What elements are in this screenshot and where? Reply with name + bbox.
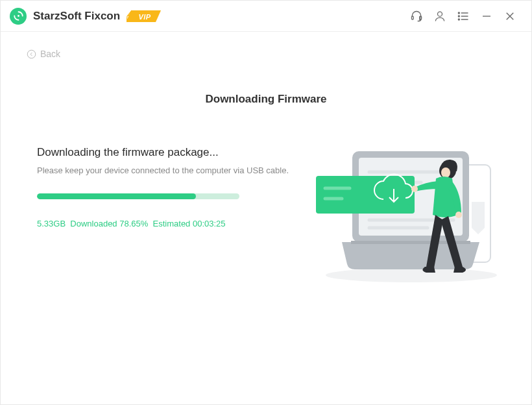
app-logo — [10, 8, 27, 25]
chevron-left-icon — [27, 49, 36, 59]
svg-point-0 — [18, 15, 19, 17]
svg-rect-31 — [316, 176, 415, 214]
progress-fill — [37, 193, 196, 199]
back-button[interactable]: Back — [27, 49, 60, 59]
svg-point-36 — [441, 167, 450, 178]
svg-point-16 — [458, 19, 459, 20]
svg-text:VIP: VIP — [139, 12, 151, 20]
svg-point-14 — [458, 16, 459, 17]
support-icon[interactable] — [407, 6, 426, 26]
minimize-icon[interactable] — [477, 6, 496, 26]
download-subtitle: Please keep your device connected to the… — [37, 166, 311, 175]
menu-icon[interactable] — [453, 6, 473, 26]
titlebar: StarzSoft Fixcon VIP — [1, 1, 531, 32]
download-status: 5.33GB Downloaded 78.65% Estimated 00:03… — [37, 219, 311, 228]
user-icon[interactable] — [430, 6, 450, 26]
back-label: Back — [40, 49, 60, 59]
close-icon[interactable] — [500, 6, 520, 26]
download-title: Downloading the firmware package... — [37, 146, 311, 159]
page-title: Downloading Firmware — [1, 93, 531, 106]
status-percent: Downloaded 78.65% — [70, 219, 148, 228]
progress-bar — [37, 193, 239, 199]
svg-point-12 — [458, 12, 459, 14]
svg-point-38 — [455, 212, 462, 218]
svg-point-22 — [326, 268, 497, 282]
svg-point-21 — [27, 50, 36, 58]
status-size: 5.33GB — [37, 219, 66, 228]
vip-badge: VIP — [127, 10, 162, 23]
status-eta: Estimated 00:03:25 — [153, 219, 226, 228]
app-title: StarzSoft Fixcon — [33, 10, 120, 23]
top-nav: Back — [1, 32, 531, 62]
illustration — [311, 137, 505, 286]
svg-point-11 — [438, 12, 442, 16]
svg-point-37 — [411, 186, 418, 192]
